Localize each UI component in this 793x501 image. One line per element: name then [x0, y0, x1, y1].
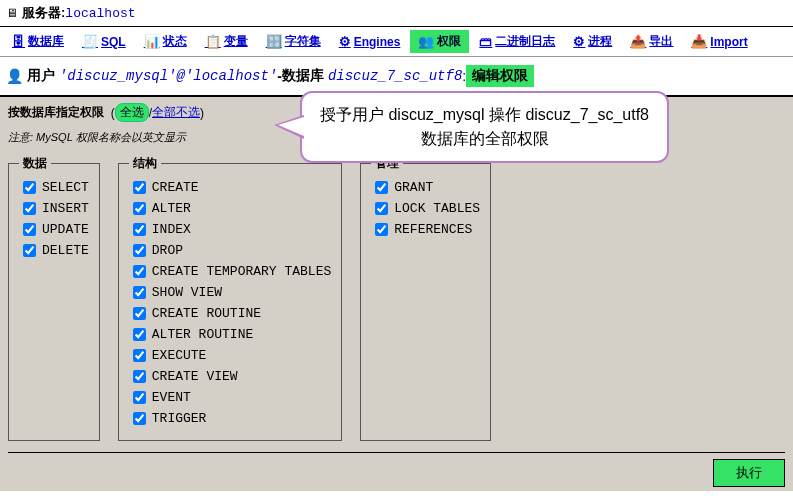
import-icon: 📥 [691, 34, 707, 49]
tab-label: 二进制日志 [495, 33, 555, 50]
priv-label: LOCK TABLES [394, 201, 480, 216]
priv-label: SELECT [42, 180, 89, 195]
priv-create-routine[interactable]: CREATE ROUTINE [129, 304, 331, 323]
tab-export[interactable]: 📤导出 [622, 30, 681, 53]
tab-label: 变量 [224, 33, 248, 50]
priv-label: SHOW VIEW [152, 285, 222, 300]
charset-icon: 🔡 [266, 34, 282, 49]
priv-trigger[interactable]: TRIGGER [129, 409, 331, 428]
tab-label: SQL [101, 35, 126, 49]
checkbox-create-routine[interactable] [133, 307, 146, 320]
proc-icon: ⚙ [573, 34, 585, 49]
group-structure: 结构 CREATEALTERINDEXDROPCREATE TEMPORARY … [118, 155, 342, 441]
priv-lock-tables[interactable]: LOCK TABLES [371, 199, 480, 218]
select-all-link[interactable]: 全选 [115, 103, 149, 122]
server-icon: 🖥 [6, 6, 18, 20]
checkbox-delete[interactable] [23, 244, 36, 257]
priv-label: INSERT [42, 201, 89, 216]
checkbox-create[interactable] [133, 181, 146, 194]
footer: 执行 [8, 452, 785, 487]
priv-label: INDEX [152, 222, 191, 237]
priv-alter[interactable]: ALTER [129, 199, 331, 218]
unselect-all-link[interactable]: 全部不选 [152, 104, 200, 121]
tab-proc[interactable]: ⚙进程 [565, 30, 620, 53]
priv-references[interactable]: REFERENCES [371, 220, 480, 239]
checkbox-alter[interactable] [133, 202, 146, 215]
tab-binlog[interactable]: 🗃二进制日志 [471, 30, 563, 53]
checkbox-drop[interactable] [133, 244, 146, 257]
priv-label: EXECUTE [152, 348, 207, 363]
priv-update[interactable]: UPDATE [19, 220, 89, 239]
checkbox-lock-tables[interactable] [375, 202, 388, 215]
tab-vars[interactable]: 📋变量 [197, 30, 256, 53]
tab-db[interactable]: 🗄数据库 [4, 30, 72, 53]
priv-label: ALTER ROUTINE [152, 327, 253, 342]
binlog-icon: 🗃 [479, 34, 492, 49]
tab-engines[interactable]: ⚙Engines [331, 30, 409, 53]
priv-execute[interactable]: EXECUTE [129, 346, 331, 365]
priv-drop[interactable]: DROP [129, 241, 331, 260]
tabs: 🗄数据库🧾SQL📊状态📋变量🔡字符集⚙Engines👥权限🗃二进制日志⚙进程📤导… [0, 27, 793, 57]
tab-import[interactable]: 📥Import [683, 30, 755, 53]
priv-label: TRIGGER [152, 411, 207, 426]
close-paren: ) [200, 106, 204, 120]
priv-label: REFERENCES [394, 222, 472, 237]
edit-priv-label: 编辑权限 [466, 65, 534, 87]
page-title: 👤 用户 'discuz_mysql'@'localhost' - 数据库 di… [0, 57, 793, 95]
main-panel: 按数据库指定权限 ( 全选 / 全部不选 ) 授予用户 discuz_mysql… [0, 95, 793, 491]
priv-index[interactable]: INDEX [129, 220, 331, 239]
checkbox-update[interactable] [23, 223, 36, 236]
priv-label: EVENT [152, 390, 191, 405]
checkbox-create-view[interactable] [133, 370, 146, 383]
callout-tail-inner [278, 117, 304, 136]
checkbox-insert[interactable] [23, 202, 36, 215]
tab-sql[interactable]: 🧾SQL [74, 30, 134, 53]
priv-create-temporary-tables[interactable]: CREATE TEMPORARY TABLES [129, 262, 331, 281]
go-button[interactable]: 执行 [713, 459, 785, 487]
tab-priv[interactable]: 👥权限 [410, 30, 469, 53]
priv-show-view[interactable]: SHOW VIEW [129, 283, 331, 302]
priv-select[interactable]: SELECT [19, 178, 89, 197]
callout-bubble: 授予用户 discuz_mysql 操作 discuz_7_sc_utf8 数据… [300, 91, 669, 163]
priv-grant[interactable]: GRANT [371, 178, 480, 197]
priv-label: ALTER [152, 201, 191, 216]
checkbox-alter-routine[interactable] [133, 328, 146, 341]
tab-label: 字符集 [285, 33, 321, 50]
priv-label: GRANT [394, 180, 433, 195]
group-data: 数据 SELECTINSERTUPDATEDELETE [8, 155, 100, 441]
tab-label: 数据库 [28, 33, 64, 50]
priv-alter-routine[interactable]: ALTER ROUTINE [129, 325, 331, 344]
priv-label: CREATE TEMPORARY TABLES [152, 264, 331, 279]
priv-label: CREATE [152, 180, 199, 195]
checkbox-show-view[interactable] [133, 286, 146, 299]
priv-event[interactable]: EVENT [129, 388, 331, 407]
priv-label: UPDATE [42, 222, 89, 237]
checkbox-execute[interactable] [133, 349, 146, 362]
group-data-legend: 数据 [19, 155, 51, 172]
priv-delete[interactable]: DELETE [19, 241, 89, 260]
priv-insert[interactable]: INSERT [19, 199, 89, 218]
sql-icon: 🧾 [82, 34, 98, 49]
tab-label: Engines [354, 35, 401, 49]
checkbox-event[interactable] [133, 391, 146, 404]
checkbox-select[interactable] [23, 181, 36, 194]
tab-label: 进程 [588, 33, 612, 50]
priv-label: DELETE [42, 243, 89, 258]
user-icon: 👤 [6, 68, 23, 84]
spec-legend: 按数据库指定权限 [8, 104, 104, 121]
db-value: discuz_7_sc_utf8 [328, 68, 462, 84]
priv-create-view[interactable]: CREATE VIEW [129, 367, 331, 386]
tab-status[interactable]: 📊状态 [136, 30, 195, 53]
checkbox-references[interactable] [375, 223, 388, 236]
priv-label: CREATE VIEW [152, 369, 238, 384]
tab-label: 导出 [649, 33, 673, 50]
checkbox-create-temporary-tables[interactable] [133, 265, 146, 278]
db-label: 数据库 [282, 67, 324, 85]
checkbox-grant[interactable] [375, 181, 388, 194]
priv-create[interactable]: CREATE [129, 178, 331, 197]
server-name: localhost [65, 6, 135, 21]
checkbox-trigger[interactable] [133, 412, 146, 425]
tab-label: 权限 [437, 33, 461, 50]
tab-charset[interactable]: 🔡字符集 [258, 30, 329, 53]
checkbox-index[interactable] [133, 223, 146, 236]
